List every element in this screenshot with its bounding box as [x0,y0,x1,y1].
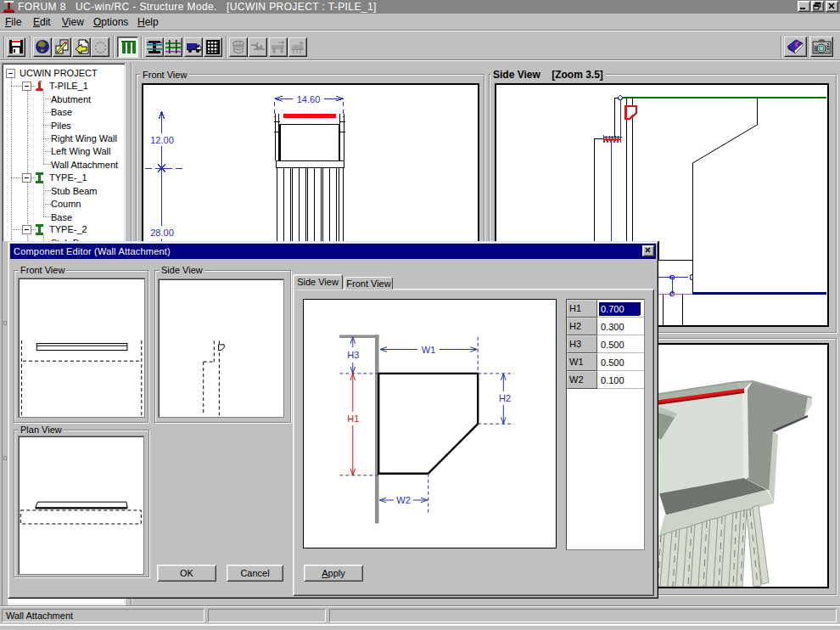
svg-text:H1: H1 [347,413,359,424]
svg-text:14.60: 14.60 [297,94,321,104]
svg-text:W1: W1 [422,345,436,355]
svg-text:28.00: 28.00 [150,228,174,238]
svg-text:W2: W2 [396,495,411,505]
svg-text:H2: H2 [499,393,511,403]
svg-text:H3: H3 [347,350,359,360]
svg-text:12.00: 12.00 [150,135,174,145]
